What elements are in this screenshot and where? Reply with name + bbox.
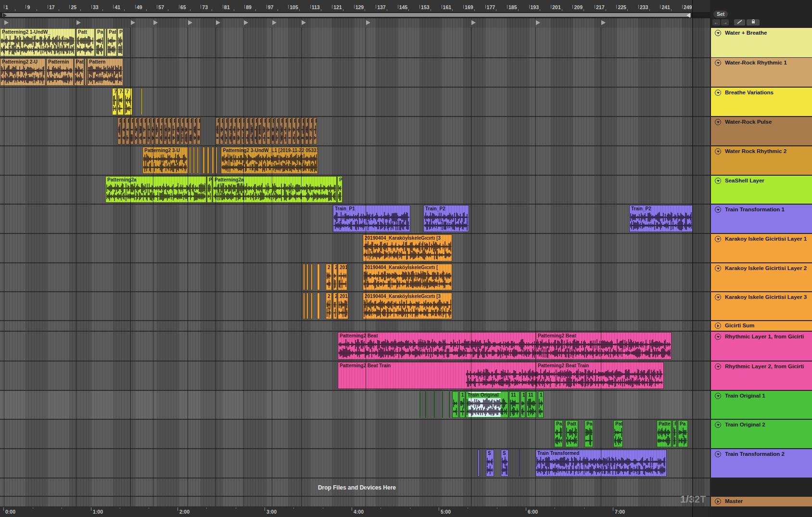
clip-7[interactable]: 7- bbox=[117, 88, 124, 115]
track-header-karakoy-iskele-gicirtisi-layer-3[interactable]: Karakoy Iskele Gicirtisi Layer 3 bbox=[711, 292, 812, 320]
clip-pa[interactable]: Pa bbox=[117, 28, 123, 56]
clip-p[interactable]: P bbox=[197, 117, 201, 144]
clip-sliver[interactable] bbox=[189, 147, 191, 174]
clip-p[interactable]: P bbox=[117, 117, 121, 144]
clip-sliver[interactable] bbox=[434, 391, 435, 418]
track-header-rhythmic-layer-2-from-gicirti[interactable]: Rhythmic Layer 2, from Gicirti bbox=[711, 362, 812, 390]
clip-sliver[interactable] bbox=[317, 293, 320, 319]
clip-patterning2-1-undw[interactable]: Patterning2 1-UndW_ bbox=[0, 28, 76, 56]
clip-train-p2[interactable]: Train_P2 bbox=[423, 205, 469, 232]
clip-pa[interactable]: Pa bbox=[95, 28, 104, 56]
clip-patterning2-beat[interactable]: Patterning2 BeatPatterning2 Beat bbox=[338, 332, 672, 360]
track-header-water-rock-rhythmic-2[interactable]: Water Rock Rhythmic 2 bbox=[711, 146, 812, 175]
clip-train-p2[interactable]: Train_P2 bbox=[629, 205, 693, 232]
clip-2019[interactable]: 2019 bbox=[338, 264, 347, 290]
clip-sliver[interactable] bbox=[303, 264, 305, 290]
clip-p[interactable]: P bbox=[283, 117, 287, 144]
track-header-water-rock-rhythmic-1[interactable]: Water-Rock Rhythmic 1 bbox=[711, 58, 812, 87]
clip-sliver[interactable] bbox=[442, 391, 443, 418]
fold-track-icon[interactable] bbox=[715, 265, 721, 271]
clip-sliver[interactable] bbox=[317, 264, 320, 290]
clip-patterning2-beat-train[interactable]: Patterning2 Beat TrainPatterning2 Beat T… bbox=[338, 362, 664, 389]
clip-pa[interactable]: Pa bbox=[584, 420, 593, 447]
clip-p[interactable]: P bbox=[139, 117, 142, 144]
fold-track-icon[interactable] bbox=[715, 334, 721, 340]
fold-track-icon[interactable] bbox=[715, 178, 721, 184]
clip-s[interactable]: S bbox=[486, 450, 494, 477]
track-header-train-transformation-1[interactable]: Train Transformation 1 bbox=[711, 205, 812, 233]
track-header-karakoy-iskele-gicirtisi-layer-2[interactable]: Karakoy Iskele Gicirtisi Layer 2 bbox=[711, 263, 812, 291]
track-header-master[interactable]: Master bbox=[711, 497, 812, 506]
clip-p[interactable]: P bbox=[237, 117, 241, 144]
clip-sliver[interactable] bbox=[207, 147, 209, 174]
clip-p[interactable]: P bbox=[262, 117, 266, 144]
clip-p[interactable]: P bbox=[250, 117, 254, 144]
fold-track-icon[interactable] bbox=[715, 393, 721, 399]
fold-track-icon[interactable] bbox=[715, 207, 721, 213]
fold-track-icon[interactable] bbox=[715, 30, 721, 36]
fold-track-icon[interactable] bbox=[715, 363, 721, 370]
fold-track-icon[interactable] bbox=[715, 236, 721, 242]
clip-p[interactable]: P bbox=[167, 117, 171, 144]
clip-patterning2a[interactable]: Patterning2a bbox=[105, 176, 206, 203]
clip-patte[interactable]: Patte bbox=[657, 420, 672, 447]
clip-clip[interactable] bbox=[452, 391, 458, 418]
clip-patt[interactable]: Patt bbox=[565, 420, 578, 447]
lock-envelopes-button[interactable] bbox=[747, 19, 760, 26]
clip-20190[interactable]: 20190 bbox=[338, 293, 348, 319]
track-header-train-original-2[interactable]: Train Original 2 bbox=[711, 420, 812, 448]
clip-sliver[interactable] bbox=[197, 147, 199, 174]
clip-p[interactable]: P bbox=[122, 117, 126, 144]
clip-p[interactable]: P bbox=[155, 117, 159, 144]
clip-sliver[interactable] bbox=[449, 391, 450, 418]
clip-patterning2a[interactable]: Patterning2a bbox=[213, 176, 337, 203]
clip-1[interactable]: 1 bbox=[538, 391, 544, 418]
clip-p[interactable]: P bbox=[275, 117, 279, 144]
clip-p[interactable]: P bbox=[313, 117, 317, 144]
fold-track-icon[interactable] bbox=[715, 60, 721, 66]
clip-p[interactable]: P bbox=[172, 117, 176, 144]
clip-p[interactable]: P bbox=[193, 117, 197, 144]
clip-pa[interactable]: Pa bbox=[337, 176, 343, 203]
clip-p[interactable]: P bbox=[309, 117, 313, 144]
track-header-rhythmic-layer-1-from-gicirti[interactable]: Rhythmic Layer 1, from Gicirti bbox=[711, 332, 812, 361]
clip-2[interactable]: 2 bbox=[326, 293, 332, 319]
clip-p[interactable]: P bbox=[672, 420, 677, 447]
clip-sliver[interactable] bbox=[141, 88, 142, 115]
clip-sliver[interactable] bbox=[306, 264, 308, 290]
clip-20190404-karak-yi-skeleg-c-rt-3[interactable]: 20190404_KaraköyİskeleGıcırtı [3 bbox=[363, 293, 452, 319]
clip-train-p1[interactable]: Train_P1 bbox=[333, 205, 410, 232]
clip-p[interactable]: P bbox=[159, 117, 163, 144]
clip-p[interactable]: P bbox=[266, 117, 270, 144]
clip-p[interactable]: P bbox=[134, 117, 138, 144]
draw-mode-button[interactable] bbox=[734, 19, 745, 26]
clip-1[interactable]: 1 bbox=[520, 391, 525, 418]
fold-track-icon[interactable] bbox=[715, 119, 721, 125]
clip-sliver[interactable] bbox=[306, 293, 308, 319]
clip-p[interactable]: P bbox=[296, 117, 300, 144]
clip-sliver[interactable] bbox=[311, 293, 313, 319]
clip-p[interactable]: P bbox=[142, 117, 146, 144]
clip-2[interactable]: 2 bbox=[326, 264, 332, 290]
track-header-train-original-1[interactable]: Train Original 1 bbox=[711, 391, 812, 419]
track-header-water-breathe[interactable]: Water + Breathe bbox=[711, 28, 812, 57]
clip-sliver[interactable] bbox=[311, 264, 313, 290]
clip-1[interactable]: 1 bbox=[459, 391, 465, 418]
clip-sliver[interactable] bbox=[212, 147, 214, 174]
next-locator-button[interactable]: → bbox=[721, 19, 729, 26]
clip-p[interactable]: P bbox=[216, 117, 219, 144]
clip-p[interactable]: P bbox=[254, 117, 258, 144]
clip-sliver[interactable] bbox=[203, 147, 205, 174]
clip-p[interactable]: P bbox=[126, 117, 129, 144]
clip-p[interactable]: P bbox=[180, 117, 184, 144]
track-header-seashell-layer[interactable]: SeaShell Layer bbox=[711, 176, 812, 204]
clip-p[interactable]: P bbox=[224, 117, 228, 144]
clip-11[interactable]: 11 bbox=[509, 391, 520, 418]
clip-p[interactable]: P bbox=[279, 117, 283, 144]
clip-patte[interactable]: Patte bbox=[107, 28, 117, 56]
clip-s[interactable]: S bbox=[501, 450, 508, 477]
fold-track-icon[interactable] bbox=[715, 422, 721, 428]
clip-sliver[interactable] bbox=[419, 391, 420, 418]
time-ruler[interactable]: 0:001:002:003:004:005:006:007:00 bbox=[0, 506, 710, 517]
clip-p[interactable]: P bbox=[164, 117, 167, 144]
